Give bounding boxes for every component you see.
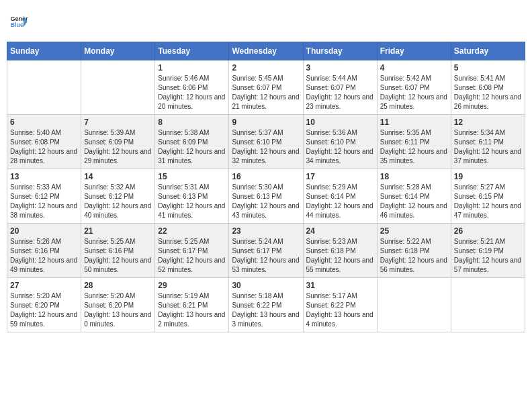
cell-content: Sunrise: 5:25 AMSunset: 6:16 PMDaylight:… [84, 237, 152, 275]
calendar-cell: 22Sunrise: 5:25 AMSunset: 6:17 PMDayligh… [155, 224, 229, 278]
svg-text:Blue: Blue [10, 21, 24, 28]
day-number: 23 [232, 226, 300, 236]
cell-content: Sunrise: 5:34 AMSunset: 6:11 PMDaylight:… [454, 128, 522, 166]
day-header-monday: Monday [81, 42, 155, 60]
calendar-cell: 5Sunrise: 5:41 AMSunset: 6:08 PMDaylight… [451, 60, 525, 115]
day-number: 12 [454, 118, 522, 127]
calendar-cell: 31Sunrise: 5:17 AMSunset: 6:22 PMDayligh… [303, 278, 377, 332]
day-number: 31 [306, 281, 374, 290]
day-number: 15 [158, 172, 226, 181]
cell-content: Sunrise: 5:19 AMSunset: 6:21 PMDaylight:… [158, 291, 226, 329]
day-number: 1 [158, 63, 226, 73]
calendar-cell: 3Sunrise: 5:44 AMSunset: 6:07 PMDaylight… [303, 60, 377, 115]
day-number: 7 [84, 118, 152, 127]
cell-content: Sunrise: 5:39 AMSunset: 6:09 PMDaylight:… [84, 128, 152, 166]
calendar-cell [7, 60, 81, 115]
calendar-cell: 27Sunrise: 5:20 AMSunset: 6:20 PMDayligh… [7, 278, 81, 332]
day-header-saturday: Saturday [451, 42, 525, 60]
calendar-cell: 20Sunrise: 5:26 AMSunset: 6:16 PMDayligh… [7, 224, 81, 278]
calendar-cell: 12Sunrise: 5:34 AMSunset: 6:11 PMDayligh… [451, 115, 525, 169]
calendar-cell: 9Sunrise: 5:37 AMSunset: 6:10 PMDaylight… [229, 115, 303, 169]
calendar-cell: 21Sunrise: 5:25 AMSunset: 6:16 PMDayligh… [81, 224, 155, 278]
day-number: 18 [380, 172, 448, 181]
day-number: 5 [454, 63, 522, 73]
calendar-cell: 4Sunrise: 5:42 AMSunset: 6:07 PMDaylight… [377, 60, 451, 115]
calendar-cell: 25Sunrise: 5:22 AMSunset: 6:18 PMDayligh… [377, 224, 451, 278]
cell-content: Sunrise: 5:37 AMSunset: 6:10 PMDaylight:… [232, 128, 300, 166]
day-header-friday: Friday [377, 42, 451, 60]
calendar-cell: 24Sunrise: 5:23 AMSunset: 6:18 PMDayligh… [303, 224, 377, 278]
header: General Blue [7, 7, 525, 36]
cell-content: Sunrise: 5:33 AMSunset: 6:12 PMDaylight:… [10, 183, 78, 220]
calendar-cell [377, 278, 451, 332]
day-header-sunday: Sunday [7, 42, 81, 60]
cell-content: Sunrise: 5:31 AMSunset: 6:13 PMDaylight:… [158, 183, 226, 220]
calendar-cell: 13Sunrise: 5:33 AMSunset: 6:12 PMDayligh… [7, 169, 81, 224]
cell-content: Sunrise: 5:35 AMSunset: 6:11 PMDaylight:… [380, 128, 448, 166]
calendar-cell: 15Sunrise: 5:31 AMSunset: 6:13 PMDayligh… [155, 169, 229, 224]
cell-content: Sunrise: 5:38 AMSunset: 6:09 PMDaylight:… [158, 128, 226, 166]
calendar-cell: 1Sunrise: 5:46 AMSunset: 6:06 PMDaylight… [155, 60, 229, 115]
day-number: 2 [232, 63, 300, 73]
day-number: 3 [306, 63, 374, 73]
calendar-cell: 7Sunrise: 5:39 AMSunset: 6:09 PMDaylight… [81, 115, 155, 169]
day-number: 29 [158, 281, 226, 290]
calendar-cell: 2Sunrise: 5:45 AMSunset: 6:07 PMDaylight… [229, 60, 303, 115]
day-number: 16 [232, 172, 300, 181]
week-row-5: 27Sunrise: 5:20 AMSunset: 6:20 PMDayligh… [7, 278, 525, 332]
cell-content: Sunrise: 5:18 AMSunset: 6:22 PMDaylight:… [232, 291, 300, 329]
calendar-cell: 6Sunrise: 5:40 AMSunset: 6:08 PMDaylight… [7, 115, 81, 169]
cell-content: Sunrise: 5:20 AMSunset: 6:20 PMDaylight:… [84, 291, 152, 329]
day-number: 30 [232, 281, 300, 290]
cell-content: Sunrise: 5:22 AMSunset: 6:18 PMDaylight:… [380, 237, 448, 275]
calendar-cell: 18Sunrise: 5:28 AMSunset: 6:14 PMDayligh… [377, 169, 451, 224]
day-number: 4 [380, 63, 448, 73]
day-number: 25 [380, 226, 448, 236]
calendar-cell: 23Sunrise: 5:24 AMSunset: 6:17 PMDayligh… [229, 224, 303, 278]
cell-content: Sunrise: 5:27 AMSunset: 6:15 PMDaylight:… [454, 183, 522, 220]
calendar-cell: 30Sunrise: 5:18 AMSunset: 6:22 PMDayligh… [229, 278, 303, 332]
cell-content: Sunrise: 5:44 AMSunset: 6:07 PMDaylight:… [306, 74, 374, 111]
cell-content: Sunrise: 5:28 AMSunset: 6:14 PMDaylight:… [380, 183, 448, 220]
calendar-cell: 17Sunrise: 5:29 AMSunset: 6:14 PMDayligh… [303, 169, 377, 224]
calendar-cell: 19Sunrise: 5:27 AMSunset: 6:15 PMDayligh… [451, 169, 525, 224]
day-number: 26 [454, 226, 522, 236]
cell-content: Sunrise: 5:29 AMSunset: 6:14 PMDaylight:… [306, 183, 374, 220]
calendar-cell: 11Sunrise: 5:35 AMSunset: 6:11 PMDayligh… [377, 115, 451, 169]
calendar-cell: 29Sunrise: 5:19 AMSunset: 6:21 PMDayligh… [155, 278, 229, 332]
day-header-thursday: Thursday [303, 42, 377, 60]
week-row-2: 6Sunrise: 5:40 AMSunset: 6:08 PMDaylight… [7, 115, 525, 169]
calendar-cell: 8Sunrise: 5:38 AMSunset: 6:09 PMDaylight… [155, 115, 229, 169]
calendar-cell: 10Sunrise: 5:36 AMSunset: 6:10 PMDayligh… [303, 115, 377, 169]
cell-content: Sunrise: 5:20 AMSunset: 6:20 PMDaylight:… [10, 291, 78, 329]
day-header-wednesday: Wednesday [229, 42, 303, 60]
day-number: 27 [10, 281, 78, 290]
cell-content: Sunrise: 5:46 AMSunset: 6:06 PMDaylight:… [158, 74, 226, 111]
calendar-cell: 26Sunrise: 5:21 AMSunset: 6:19 PMDayligh… [451, 224, 525, 278]
cell-content: Sunrise: 5:24 AMSunset: 6:17 PMDaylight:… [232, 237, 300, 275]
cell-content: Sunrise: 5:23 AMSunset: 6:18 PMDaylight:… [306, 237, 374, 275]
day-number: 8 [158, 118, 226, 127]
cell-content: Sunrise: 5:42 AMSunset: 6:07 PMDaylight:… [380, 74, 448, 111]
cell-content: Sunrise: 5:40 AMSunset: 6:08 PMDaylight:… [10, 128, 78, 166]
week-row-4: 20Sunrise: 5:26 AMSunset: 6:16 PMDayligh… [7, 224, 525, 278]
cell-content: Sunrise: 5:36 AMSunset: 6:10 PMDaylight:… [306, 128, 374, 166]
day-number: 6 [10, 118, 78, 127]
day-number: 19 [454, 172, 522, 181]
cell-content: Sunrise: 5:30 AMSunset: 6:13 PMDaylight:… [232, 183, 300, 220]
cell-content: Sunrise: 5:25 AMSunset: 6:17 PMDaylight:… [158, 237, 226, 275]
day-number: 14 [84, 172, 152, 181]
day-number: 21 [84, 226, 152, 236]
calendar-cell: 14Sunrise: 5:32 AMSunset: 6:12 PMDayligh… [81, 169, 155, 224]
logo-icon: General Blue [9, 12, 28, 31]
calendar-table: SundayMondayTuesdayWednesdayThursdayFrid… [7, 42, 525, 332]
calendar-cell [451, 278, 525, 332]
day-number: 28 [84, 281, 152, 290]
cell-content: Sunrise: 5:26 AMSunset: 6:16 PMDaylight:… [10, 237, 78, 275]
week-row-3: 13Sunrise: 5:33 AMSunset: 6:12 PMDayligh… [7, 169, 525, 224]
day-header-tuesday: Tuesday [155, 42, 229, 60]
logo: General Blue [9, 12, 28, 31]
day-number: 20 [10, 226, 78, 236]
cell-content: Sunrise: 5:21 AMSunset: 6:19 PMDaylight:… [454, 237, 522, 275]
days-header-row: SundayMondayTuesdayWednesdayThursdayFrid… [7, 42, 525, 60]
